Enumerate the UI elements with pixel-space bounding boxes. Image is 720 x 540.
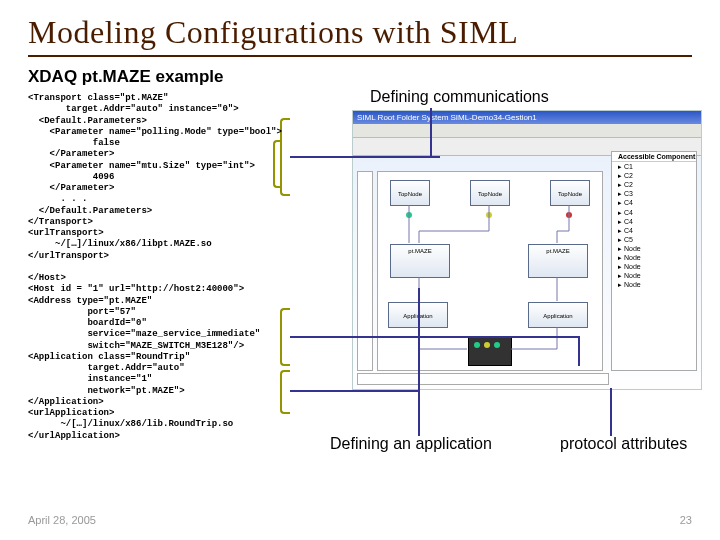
annotation-proto: protocol attributes xyxy=(560,435,687,453)
connector-line xyxy=(290,390,420,392)
connector-line xyxy=(290,156,440,158)
connector-line xyxy=(290,336,580,338)
slide-subtitle: XDAQ pt.MAZE example xyxy=(28,67,692,87)
connector-line xyxy=(418,288,420,436)
connector-line xyxy=(430,108,432,158)
connector-line xyxy=(578,336,580,366)
annotation-app: Defining an application xyxy=(330,435,492,453)
footer-page-number: 23 xyxy=(680,514,692,526)
slide-title: Modeling Configurations with SIML xyxy=(28,14,692,57)
connector-line xyxy=(610,388,612,436)
annotation-comms: Defining communications xyxy=(370,88,549,106)
footer-date: April 28, 2005 xyxy=(28,514,96,526)
